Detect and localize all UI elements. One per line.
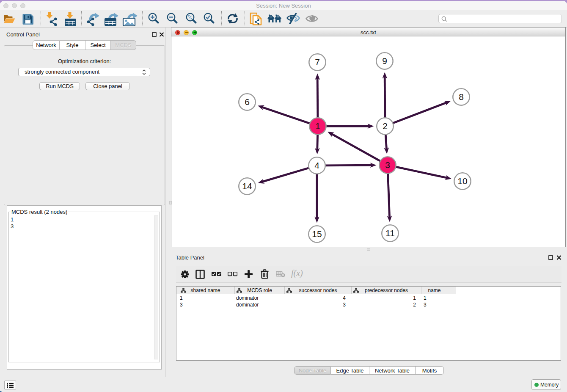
svg-text:7: 7 (315, 57, 320, 67)
svg-text:9: 9 (382, 56, 387, 66)
svg-text:15: 15 (312, 229, 322, 239)
svg-text:11: 11 (385, 228, 395, 238)
svg-text:10: 10 (457, 176, 467, 186)
svg-text:8: 8 (459, 92, 464, 102)
svg-text:1: 1 (315, 121, 320, 131)
svg-text:6: 6 (245, 97, 250, 107)
svg-text:4: 4 (314, 160, 319, 170)
svg-text:2: 2 (383, 121, 388, 131)
svg-text:14: 14 (242, 181, 252, 191)
svg-text:3: 3 (385, 160, 390, 170)
